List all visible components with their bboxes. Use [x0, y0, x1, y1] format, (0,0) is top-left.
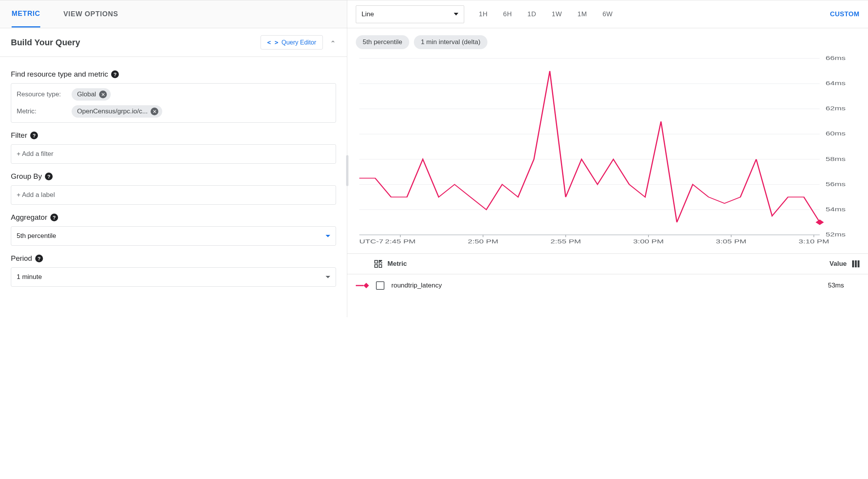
range-6w[interactable]: 6W: [602, 10, 613, 18]
svg-text:64ms: 64ms: [825, 80, 846, 87]
filter-label-text: Filter: [11, 131, 27, 140]
remove-resource-type-button[interactable]: ✕: [99, 91, 107, 98]
query-editor-label: Query Editor: [281, 39, 316, 46]
resource-type-label: Resource type:: [17, 91, 67, 98]
line-chart: 52ms54ms56ms58ms60ms62ms64ms66msUTC-72:4…: [356, 55, 859, 248]
period-value: 1 minute: [17, 273, 42, 281]
legend-column-metric[interactable]: Metric: [388, 260, 407, 268]
period-select[interactable]: 1 minute: [11, 267, 336, 287]
build-query-header: Build Your Query < > Query Editor: [0, 28, 347, 57]
aggregator-select[interactable]: 5th percentile: [11, 226, 336, 246]
visualization-select[interactable]: Line: [356, 5, 464, 23]
resource-type-chip-text: Global: [77, 91, 96, 98]
aggregator-label: Aggregator ?: [11, 213, 336, 222]
pill-interval: 1 min interval (delta): [414, 35, 487, 49]
svg-text:2:45 PM: 2:45 PM: [385, 239, 415, 245]
find-metric-text: Find resource type and metric: [11, 70, 108, 79]
aggregator-value: 5th percentile: [17, 232, 56, 240]
find-metric-label: Find resource type and metric ?: [11, 70, 336, 79]
legend-column-value[interactable]: Value: [830, 260, 847, 268]
svg-rect-32: [364, 283, 369, 288]
query-panel: METRIC VIEW OPTIONS Build Your Query < >…: [0, 0, 347, 317]
range-custom[interactable]: CUSTOM: [830, 10, 859, 18]
svg-text:UTC-7: UTC-7: [359, 239, 383, 245]
svg-text:56ms: 56ms: [825, 181, 846, 187]
legend-header: Metric Value: [347, 254, 868, 274]
svg-text:52ms: 52ms: [825, 232, 846, 238]
filter-input[interactable]: + Add a filter: [11, 144, 336, 164]
help-icon[interactable]: ?: [35, 255, 43, 262]
svg-text:62ms: 62ms: [825, 106, 846, 112]
pill-aggregator: 5th percentile: [356, 35, 409, 49]
build-query-title: Build Your Query: [11, 38, 80, 48]
panel-resize-handle[interactable]: [346, 155, 348, 186]
chart-panel: Line 1H 6H 1D 1W 1M 6W CUSTOM 5th percen…: [347, 0, 868, 317]
chevron-up-icon: [330, 39, 336, 45]
remove-metric-button[interactable]: ✕: [151, 108, 158, 115]
help-icon[interactable]: ?: [50, 214, 58, 221]
columns-icon[interactable]: [852, 260, 859, 267]
resource-type-chip[interactable]: Global ✕: [72, 88, 111, 101]
legend-layout-icon[interactable]: [374, 260, 382, 268]
svg-rect-30: [815, 219, 823, 225]
svg-text:2:50 PM: 2:50 PM: [468, 239, 498, 245]
metric-selector[interactable]: Resource type: Global ✕ Metric: OpenCens…: [11, 83, 336, 123]
dropdown-icon: [326, 235, 330, 237]
tab-metric[interactable]: METRIC: [12, 1, 40, 27]
groupby-label: Group By ?: [11, 172, 336, 181]
legend-series-name: roundtrip_latency: [391, 282, 442, 289]
groupby-label-text: Group By: [11, 172, 42, 181]
chart-info-pills: 5th percentile 1 min interval (delta): [347, 28, 868, 51]
collapse-panel-button[interactable]: [330, 39, 336, 46]
period-label-text: Period: [11, 254, 32, 263]
period-label: Period ?: [11, 254, 336, 263]
legend-checkbox[interactable]: [376, 281, 384, 290]
range-1d[interactable]: 1D: [527, 10, 536, 18]
svg-text:3:10 PM: 3:10 PM: [799, 239, 829, 245]
range-6h[interactable]: 6H: [503, 10, 512, 18]
metric-chip[interactable]: OpenCensus/grpc.io/c... ✕: [72, 105, 162, 118]
help-icon[interactable]: ?: [45, 173, 53, 180]
code-icon: < >: [267, 39, 278, 46]
dropdown-icon: [326, 276, 330, 278]
dropdown-icon: [454, 13, 458, 15]
aggregator-label-text: Aggregator: [11, 213, 47, 222]
svg-text:2:55 PM: 2:55 PM: [551, 239, 581, 245]
metric-chip-text: OpenCensus/grpc.io/c...: [77, 108, 148, 115]
svg-text:54ms: 54ms: [825, 206, 846, 212]
metric-row-label: Metric:: [17, 108, 67, 115]
legend: Metric Value roundtrip_latency 53ms: [347, 253, 868, 297]
range-1w[interactable]: 1W: [552, 10, 562, 18]
left-tabs: METRIC VIEW OPTIONS: [0, 0, 347, 28]
range-1m[interactable]: 1M: [578, 10, 587, 18]
svg-text:58ms: 58ms: [825, 156, 846, 162]
help-icon[interactable]: ?: [30, 132, 38, 139]
groupby-input[interactable]: + Add a label: [11, 185, 336, 205]
svg-text:66ms: 66ms: [825, 55, 846, 62]
filter-label: Filter ?: [11, 131, 336, 140]
series-marker-icon: [356, 283, 369, 288]
visualization-value: Line: [362, 10, 374, 18]
chart-topbar: Line 1H 6H 1D 1W 1M 6W CUSTOM: [347, 0, 868, 28]
query-editor-button[interactable]: < > Query Editor: [261, 35, 323, 50]
svg-text:60ms: 60ms: [825, 131, 846, 137]
svg-text:3:05 PM: 3:05 PM: [716, 239, 746, 245]
svg-text:3:00 PM: 3:00 PM: [633, 239, 664, 245]
chart-area[interactable]: 52ms54ms56ms58ms60ms62ms64ms66msUTC-72:4…: [356, 55, 859, 248]
legend-row[interactable]: roundtrip_latency 53ms: [347, 274, 868, 297]
help-icon[interactable]: ?: [111, 70, 119, 78]
time-range-picker: 1H 6H 1D 1W 1M 6W: [479, 10, 613, 18]
legend-series-value: 53ms: [828, 282, 844, 289]
range-1h[interactable]: 1H: [479, 10, 488, 18]
tab-view-options[interactable]: VIEW OPTIONS: [63, 2, 118, 27]
